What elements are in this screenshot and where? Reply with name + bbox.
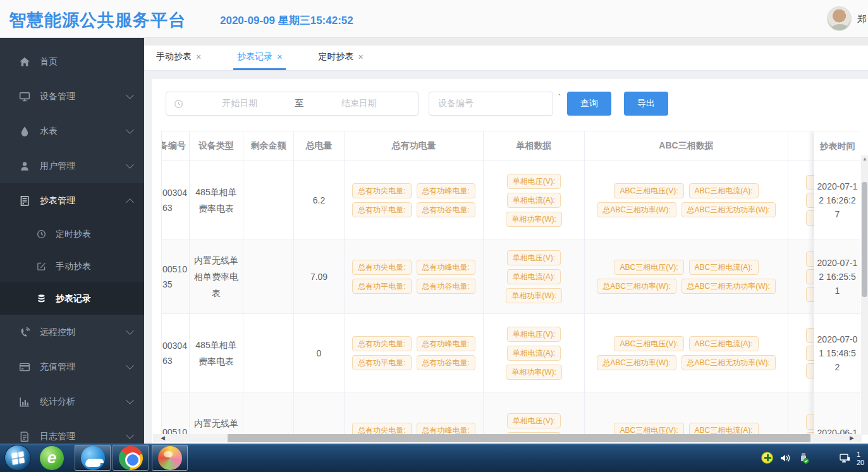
cell-balance xyxy=(243,161,294,239)
vertical-scrollbar-thumb[interactable] xyxy=(862,182,867,297)
scroll-left-arrow-icon[interactable]: ◀ xyxy=(161,435,166,441)
tab-close-icon[interactable]: × xyxy=(196,52,201,62)
chevron-down-icon xyxy=(126,396,134,404)
tag-line: 总ABC三相功率(W):总ABC三相无功功率(W): xyxy=(594,200,778,219)
cell-device-type: 内置无线单相单费率电表 xyxy=(190,392,243,435)
query-button[interactable]: 查询 xyxy=(567,92,611,116)
data-tag: 总有功谷电量: xyxy=(417,355,475,370)
device-number-input[interactable]: 设备编号 xyxy=(429,92,553,116)
cell-device-no: 0030463 xyxy=(161,314,190,392)
sidebar-item-手动抄表[interactable]: 手动抄表 xyxy=(0,250,144,282)
data-tag: ABC三相电流(A): xyxy=(689,336,759,351)
tab-label: 抄表记录 xyxy=(237,51,272,63)
sidebar-item-label: 抄表管理 xyxy=(40,195,127,207)
data-tag: 单相电压(V): xyxy=(507,413,561,428)
tag-line: ABC三相电压(V):ABC三相电流(A): xyxy=(611,181,761,200)
cell-single-phase-tags: 单相电压(V):单相电流(A):单相功率(W): xyxy=(484,392,585,435)
scroll-up-arrow-icon[interactable]: ▲ xyxy=(862,156,867,162)
tag-line: 单相电压(V): xyxy=(504,248,563,267)
data-tag: 总有功平电量: xyxy=(352,279,411,294)
end-date-input[interactable]: 结束日期 xyxy=(308,98,411,109)
sidebar-item-抄表管理[interactable]: 抄表管理 xyxy=(0,183,144,218)
tab-手动抄表[interactable]: 手动抄表× xyxy=(152,45,205,70)
tab-close-icon[interactable]: × xyxy=(277,52,282,62)
tab-定时抄表[interactable]: 定时抄表× xyxy=(314,45,367,70)
data-tag: ABC三相电压(V): xyxy=(614,260,683,275)
chrome-icon[interactable] xyxy=(113,445,149,471)
data-tag: 总有功尖电量: xyxy=(352,260,411,275)
column-header-ABC三相数据: ABC三相数据 xyxy=(585,131,788,160)
tag-line: 总有功平电量:总有功谷电量: xyxy=(350,200,478,219)
column-header-单相数据: 单相数据 xyxy=(484,131,585,160)
cell-device-type: 485单相单费率电表 xyxy=(190,314,243,392)
stray-character: ` xyxy=(558,93,561,102)
user-avatar[interactable] xyxy=(827,6,852,31)
windows-start-icon[interactable] xyxy=(4,445,31,471)
sidebar-item-定时抄表[interactable]: 定时抄表 xyxy=(0,218,144,250)
sidebar-item-用户管理[interactable]: 用户管理 xyxy=(0,148,144,183)
data-tag: 总有功平电量: xyxy=(352,355,411,370)
tag-line: 单相电流(A): xyxy=(504,191,563,210)
photo-app-icon[interactable] xyxy=(152,445,188,471)
data-tag: 总ABC三相无功功率(W): xyxy=(682,355,776,370)
sidebar-item-充值管理[interactable]: 充值管理 xyxy=(0,349,144,384)
top-header: 智慧能源公共服务平台 2020-09-09 星期三15:42:52 郑 xyxy=(0,0,868,38)
date-range-picker[interactable]: 开始日期 至 结束日期 xyxy=(166,92,419,116)
cell-hidden-column-edge xyxy=(788,240,812,313)
qq-browser-icon[interactable] xyxy=(75,445,111,471)
sidebar-item-label: 水表 xyxy=(40,126,127,137)
device-number-placeholder: 设备编号 xyxy=(438,98,474,109)
tag-line: ABC三相电压(V):ABC三相电流(A): xyxy=(611,421,761,435)
cell-total-energy: 7.09 xyxy=(294,240,345,313)
cell-single-phase-tags: 单相电压(V):单相电流(A):单相功率(W): xyxy=(484,314,585,392)
sidebar-item-抄表记录[interactable]: 抄表记录 xyxy=(0,282,144,315)
tab-抄表记录[interactable]: 抄表记录× xyxy=(233,45,286,70)
volume-icon[interactable] xyxy=(779,452,792,464)
data-tag: 总有功峰电量: xyxy=(417,183,475,198)
data-tag: ABC三相电压(V): xyxy=(614,336,683,351)
usb-device-icon[interactable] xyxy=(797,452,810,464)
sidebar-item-label: 手动抄表 xyxy=(56,261,133,272)
column-header-设备编号: 设备编号 xyxy=(161,131,190,160)
data-tag: 单相功率(W): xyxy=(506,212,562,227)
sidebar-item-首页[interactable]: 首页 xyxy=(0,44,144,79)
scroll-right-arrow-icon[interactable]: ▶ xyxy=(850,435,855,441)
ie-360-browser-icon[interactable]: e xyxy=(40,446,64,470)
filter-row: 开始日期 至 结束日期 设备编号 ` 查询 导出 xyxy=(166,92,861,116)
tab-bar: 手动抄表×抄表记录×定时抄表× xyxy=(144,45,868,71)
cell-hidden-column-edge xyxy=(788,161,812,239)
tag-line: 总ABC三相功率(W):总ABC三相无功功率(W): xyxy=(594,353,778,372)
sidebar-item-设备管理[interactable]: 设备管理 xyxy=(0,79,144,114)
360-safety-icon[interactable] xyxy=(761,452,773,464)
sidebar-item-label: 定时抄表 xyxy=(56,229,133,240)
data-tag: ABC三相电流(A): xyxy=(689,260,759,275)
tab-close-icon[interactable]: × xyxy=(358,52,363,62)
horizontal-scrollbar-thumb[interactable] xyxy=(228,434,810,442)
cell-active-energy-tags: 总有功尖电量:总有功峰电量:总有功平电量:总有功谷电量: xyxy=(345,392,484,435)
sidebar-item-label: 用户管理 xyxy=(40,160,127,172)
cell-abc-phase-tags: ABC三相电压(V):ABC三相电流(A):总ABC三相功率(W):总ABC三相… xyxy=(585,392,788,435)
table-header-row: 设备编号设备类型剩余金额总电量总有功电量单相数据ABC三相数据 xyxy=(161,131,812,161)
export-button[interactable]: 导出 xyxy=(624,92,668,116)
sidebar-item-水表[interactable]: 水表 xyxy=(0,114,144,148)
data-tag: 总有功峰电量: xyxy=(417,423,475,435)
cell-single-phase-tags: 单相电压(V):单相电流(A):单相功率(W): xyxy=(484,161,585,239)
start-date-input[interactable]: 开始日期 xyxy=(188,98,291,109)
sidebar-item-统计分析[interactable]: 统计分析 xyxy=(0,384,144,419)
document-icon xyxy=(19,431,30,442)
tag-line: 单相电流(A): xyxy=(504,267,563,286)
taskbar-clock[interactable]: 1 20 xyxy=(857,451,865,467)
vertical-scrollbar[interactable]: ▲ xyxy=(861,155,868,435)
chevron-down-icon xyxy=(126,431,134,439)
user-icon xyxy=(19,160,30,172)
network-icon[interactable] xyxy=(838,452,851,464)
horizontal-scrollbar[interactable]: ◀ ▶ xyxy=(153,434,862,442)
sidebar-item-远程控制[interactable]: 远程控制 xyxy=(0,315,144,349)
sidebar-item-label: 日志管理 xyxy=(40,431,127,442)
column-header-抄表时间: 抄表时间 xyxy=(814,131,860,161)
username-label: 郑 xyxy=(857,13,867,25)
tag-line: 单相功率(W): xyxy=(503,363,565,382)
chevron-up-icon xyxy=(126,198,134,207)
device-no-value: 0051035 xyxy=(162,262,189,292)
tag-line: 总有功尖电量:总有功峰电量: xyxy=(350,334,478,353)
